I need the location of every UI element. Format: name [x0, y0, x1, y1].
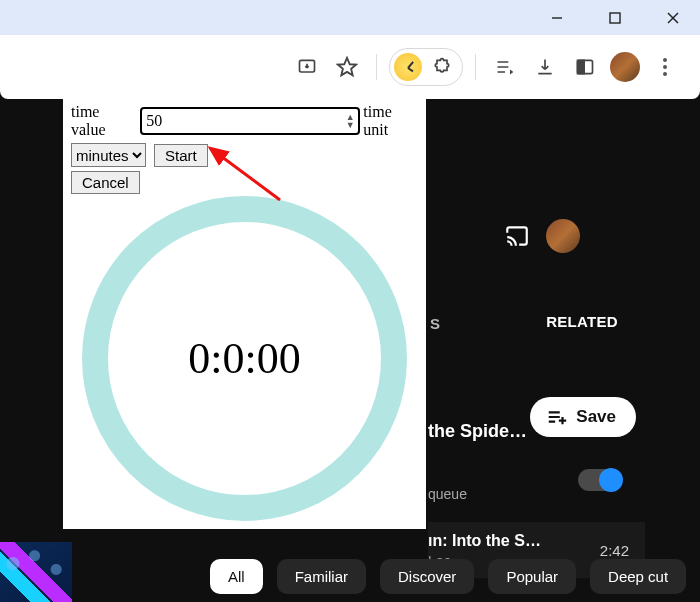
number-spinner[interactable]: ▲▼ — [343, 109, 357, 133]
save-button-label: Save — [576, 407, 616, 427]
timer-display: 0:0:00 — [188, 333, 300, 384]
chip-familiar[interactable]: Familiar — [277, 559, 366, 594]
side-panel-icon[interactable] — [568, 50, 602, 84]
install-pwa-icon[interactable] — [290, 50, 324, 84]
chip-discover[interactable]: Discover — [380, 559, 474, 594]
svg-marker-5 — [338, 58, 356, 75]
profile-avatar[interactable] — [608, 50, 642, 84]
kebab-menu-icon[interactable] — [648, 50, 682, 84]
save-button[interactable]: Save — [530, 397, 636, 437]
media-queue-icon[interactable] — [488, 50, 522, 84]
video-thumbnail[interactable] — [0, 542, 72, 602]
timer-extension-popup: time value ▲▼ time unit minutes Start Ca… — [63, 99, 426, 529]
browser-toolbar — [0, 35, 700, 99]
track-title: ın: Into the S… — [428, 532, 541, 550]
chip-all[interactable]: All — [210, 559, 263, 594]
chip-popular[interactable]: Popular — [488, 559, 576, 594]
timer-extension-button[interactable] — [389, 48, 463, 86]
start-button[interactable]: Start — [154, 144, 208, 167]
window-close-button[interactable] — [658, 3, 688, 33]
chip-row: All Familiar Discover Popular Deep cut — [170, 550, 700, 602]
window-maximize-button[interactable] — [600, 3, 630, 33]
toolbar-separator — [376, 54, 377, 80]
playlist-add-icon — [546, 406, 568, 428]
autoplay-toggle[interactable] — [578, 469, 620, 491]
time-unit-select[interactable]: minutes — [71, 143, 146, 167]
svg-rect-7 — [578, 60, 585, 73]
tab-upnext-partial[interactable]: S — [430, 315, 440, 332]
bookmark-star-icon[interactable] — [330, 50, 364, 84]
time-value-input[interactable] — [140, 107, 360, 135]
svg-rect-1 — [610, 13, 620, 23]
downloads-icon[interactable] — [528, 50, 562, 84]
queue-label-partial: queue — [428, 486, 467, 502]
timer-dial: 0:0:00 — [63, 187, 426, 529]
extensions-puzzle-icon — [432, 57, 452, 77]
window-titlebar — [0, 0, 700, 35]
toolbar-separator — [475, 54, 476, 80]
window-minimize-button[interactable] — [542, 3, 572, 33]
tab-related[interactable]: RELATED — [546, 313, 618, 330]
cast-icon[interactable] — [504, 223, 530, 249]
time-value-label: time value — [71, 103, 137, 139]
chip-deep-cuts[interactable]: Deep cut — [590, 559, 686, 594]
timer-clock-icon — [394, 53, 422, 81]
user-avatar[interactable] — [546, 219, 580, 253]
now-playing-title-partial: the Spide… — [428, 421, 527, 442]
time-unit-label: time unit — [363, 103, 420, 139]
autoplay-toggle-knob — [599, 468, 623, 492]
